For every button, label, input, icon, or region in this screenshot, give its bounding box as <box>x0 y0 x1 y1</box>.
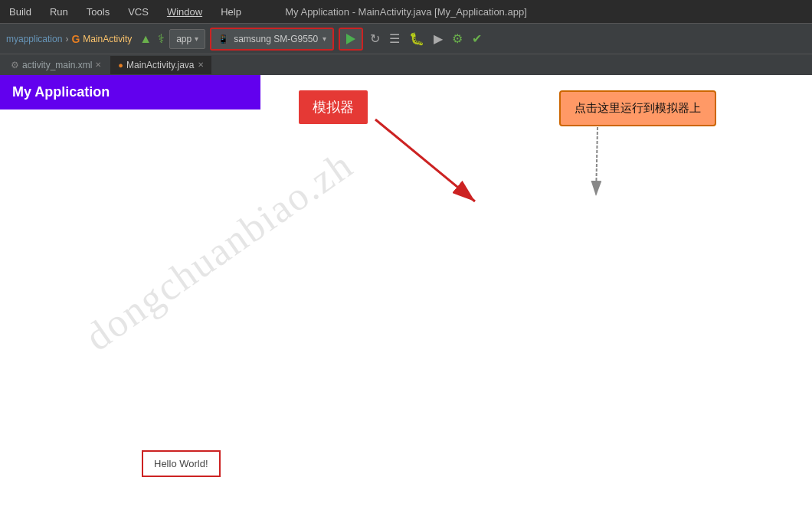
performance-icon[interactable]: ⚙ <box>450 30 465 47</box>
tab-main-activity-java[interactable]: ● MainActivity.java ✕ <box>110 56 211 74</box>
tabs-bar: ⚙ activity_main.xml ✕ ● MainActivity.jav… <box>0 54 812 75</box>
menu-item-vcs[interactable]: VCS <box>125 5 152 19</box>
list-icon[interactable]: ☰ <box>387 30 402 47</box>
tab-activity-main-close[interactable]: ✕ <box>95 60 101 69</box>
tab-activity-main-xml[interactable]: ⚙ activity_main.xml ✕ <box>3 56 109 74</box>
app-bar-title: My Application <box>12 84 110 100</box>
menu-item-tools[interactable]: Tools <box>83 5 113 19</box>
breadcrumb-class-icon: G <box>71 33 80 45</box>
hello-world-box: Hello World! <box>142 450 221 477</box>
debug-icon[interactable]: 🐛 <box>407 30 427 47</box>
menu-item-build[interactable]: Build <box>6 5 34 19</box>
run-instruction-callout: 点击这里运行到模拟器上 <box>559 90 716 126</box>
tab-circle-icon: ● <box>118 60 123 70</box>
app-bar-preview: My Application <box>0 75 260 110</box>
editor-area: My Application Hello World! dongchuanbia… <box>0 75 812 523</box>
device-arrow: ▾ <box>323 34 326 43</box>
tab-settings-icon: ⚙ <box>11 60 19 70</box>
menu-item-run[interactable]: Run <box>47 5 71 19</box>
run-icon <box>346 34 355 44</box>
tab-activity-main-label: activity_main.xml <box>22 60 92 70</box>
coverage-icon[interactable]: ✔ <box>470 30 484 47</box>
toolbar: myapplication › G MainActivity ▲ ⚕ app ▾… <box>0 23 812 54</box>
svg-line-2 <box>596 127 598 196</box>
breadcrumb-file[interactable]: MainActivity <box>83 34 132 44</box>
device-icon: 📱 <box>218 34 229 44</box>
emulator-callout: 模拟器 <box>299 90 368 124</box>
breadcrumb-separator: › <box>65 34 68 44</box>
watermark: dongchuanbiao.zh <box>77 142 361 360</box>
profiler-icon[interactable]: ▶ <box>431 30 445 47</box>
android-icon: ⚕ <box>158 31 165 46</box>
menu-item-help[interactable]: Help <box>218 5 244 19</box>
device-label: samsung SM-G9550 <box>234 34 318 44</box>
device-selector-wrapper: 📱 samsung SM-G9550 ▾ <box>210 28 334 51</box>
tab-main-activity-close[interactable]: ✕ <box>198 60 204 69</box>
menu-bar: Build Run Tools VCS Window Help My Appli… <box>0 0 812 23</box>
window-title: My Application - MainActivity.java [My_A… <box>285 6 527 18</box>
tab-main-activity-label: MainActivity.java <box>126 60 194 70</box>
breadcrumb-project[interactable]: myapplication <box>6 34 62 44</box>
run-button[interactable] <box>340 29 362 49</box>
run-instruction-text: 点击这里运行到模拟器上 <box>575 101 701 114</box>
menu-item-window[interactable]: Window <box>164 5 205 19</box>
svg-line-1 <box>375 119 475 201</box>
run-instruction-arrow <box>0 75 812 523</box>
device-selector[interactable]: 📱 samsung SM-G9550 ▾ <box>211 29 332 49</box>
refresh-icon[interactable]: ↻ <box>368 30 382 47</box>
app-selector-arrow: ▾ <box>195 34 198 43</box>
app-selector[interactable]: app ▾ <box>169 29 205 49</box>
emulator-callout-text: 模拟器 <box>313 100 354 115</box>
breadcrumb: myapplication › G MainActivity <box>6 33 132 45</box>
app-selector-label: app <box>176 34 192 44</box>
emulator-arrow <box>0 75 812 523</box>
navigation-arrow-icon[interactable]: ▲ <box>139 32 152 46</box>
hello-world-text: Hello World! <box>154 458 208 469</box>
run-button-wrapper <box>339 28 363 51</box>
